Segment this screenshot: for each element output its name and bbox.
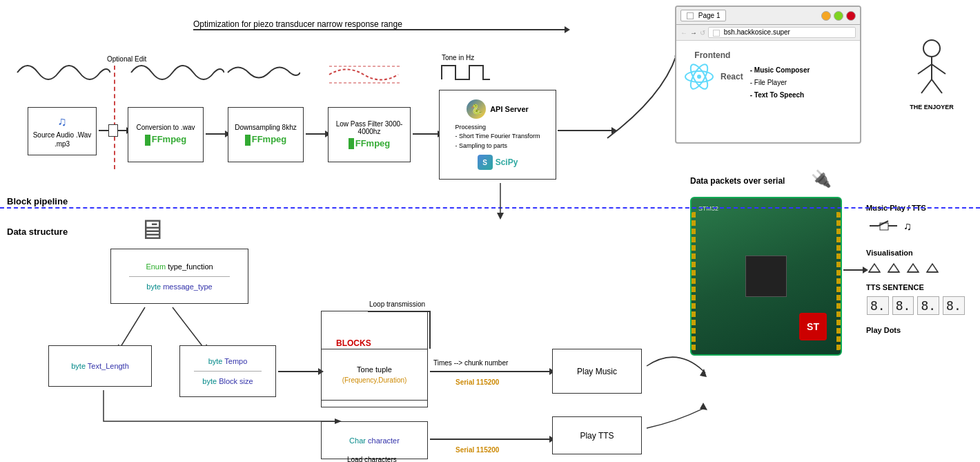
seven-seg-display: 8. 8. 8. 8. [866, 296, 966, 316]
arrow-conv-down [206, 133, 226, 135]
relay-symbol [866, 218, 901, 235]
loop-v-line [429, 311, 431, 349]
visualisation-label: Visualisation [866, 249, 913, 257]
waveform-1 [14, 55, 110, 90]
feature-3: - Text To Speech [750, 89, 810, 102]
block-size-label: byte Block size [202, 377, 253, 385]
play-tts-label: Play TTS [580, 431, 614, 441]
source-audio-box: ♫ Source Audio .Wav .mp3 [28, 107, 97, 155]
enjoyer-figure: THE ENJOYER [904, 38, 959, 110]
arrow-lpf-api [413, 133, 439, 135]
tempo-label: byte Tempo [208, 357, 248, 365]
ffmpeg-1: FFmpeg [145, 134, 187, 146]
browser-urlbar: ← → ↺ bsh.hackkosice.super [676, 25, 860, 40]
svg-marker-30 [497, 213, 504, 220]
arrow-char-tts [430, 439, 551, 440]
arrow-src-conv [99, 130, 128, 131]
ffmpeg-2: FFmpeg [245, 134, 287, 146]
seg-2: 8. [892, 296, 914, 315]
play-music-box: Play Music [552, 349, 642, 394]
play-tts-box: Play TTS [552, 416, 642, 454]
serial-2-label: Serial 115200 [455, 446, 499, 454]
svg-marker-21 [908, 264, 919, 272]
waveform-2 [128, 55, 224, 90]
conversion-label: Conversion to .wav [136, 124, 195, 131]
lpf-label: Low Pass Filter 3000-4000hz [329, 120, 410, 135]
browser-tab[interactable]: Page 1 [680, 10, 726, 21]
seg-4: 8. [943, 296, 965, 315]
url-bar[interactable]: bsh.hackkosice.super [708, 27, 856, 37]
svg-line-10 [932, 64, 945, 74]
browser-titlebar: Page 1 [676, 7, 860, 25]
music-symbol: ♫ [866, 218, 912, 235]
conversion-box: Conversion to .wav FFmpeg [128, 107, 204, 162]
seg-3: 8. [917, 296, 939, 315]
text-length-label: byte Text_Length [71, 362, 129, 370]
browser-btn-max[interactable] [834, 11, 843, 21]
browser-btn-min[interactable] [821, 11, 831, 21]
arrow-stm-right [843, 269, 864, 271]
svg-marker-17 [869, 264, 880, 272]
api-server-title: API Server [490, 105, 529, 113]
char-label: Char character [349, 436, 400, 445]
waveform-5 [438, 59, 493, 86]
arrow-api-browser [552, 28, 690, 166]
frontend-label: Frontend [694, 50, 730, 60]
arrow-down-lpf [306, 133, 326, 135]
load-characters-label: Load characters [347, 456, 397, 462]
stm-board: STM32 ST [690, 197, 842, 356]
svg-marker-28 [335, 418, 342, 424]
times-chunk-label: Times --> chunk number [433, 359, 508, 367]
arrow-tone-play [430, 371, 551, 372]
block-pipeline-label: Block pipeline [7, 196, 68, 206]
downsampling-label: Downsampling 8khz [235, 124, 297, 131]
api-server-processing: Processing- Short Time Fourier Transform… [455, 123, 540, 151]
svg-marker-19 [888, 264, 899, 272]
svg-point-6 [697, 75, 701, 79]
enum-box: Enum type_function byte message_type [110, 249, 248, 304]
tone-in-hz-label: Tone in Hz [442, 54, 474, 61]
source-audio-label: Source Audio .Wav .mp3 [28, 131, 96, 148]
url-text: bsh.hackkosice.super [724, 28, 790, 36]
browser-panel: Page 1 ← → ↺ bsh.hackkosice.super Fron [675, 6, 861, 144]
optional-edit-line [114, 66, 115, 169]
loop-transmission-label: Loop transmission [369, 300, 425, 308]
serial-1-label: Serial 115200 [455, 378, 499, 386]
nav-back-btn[interactable]: ← [680, 29, 687, 37]
downsampling-box: Downsampling 8khz FFmpeg [228, 107, 304, 162]
waveform-3 [224, 59, 300, 86]
text-length-box: byte Text_Length [48, 345, 152, 387]
nav-refresh-btn[interactable]: ↺ [700, 29, 705, 37]
browser-btn-close[interactable] [846, 11, 856, 21]
play-dots-label: Play Dots [866, 326, 901, 334]
svg-line-9 [918, 64, 932, 74]
seg-1: 8. [867, 296, 889, 315]
lpf-box: Low Pass Filter 3000-4000hz FFmpeg [328, 107, 411, 162]
waveform-4 [326, 61, 402, 88]
browser-tab-label: Page 1 [698, 12, 721, 19]
data-structure-label: Data structure [7, 227, 68, 237]
svg-marker-23 [927, 264, 938, 272]
vis-symbols [866, 261, 941, 275]
stick-figure-svg [911, 38, 952, 100]
arrow-tempo-tone [278, 371, 320, 372]
nav-forward-btn[interactable]: → [690, 29, 697, 37]
arrow-api-down [483, 180, 518, 221]
diagram-container: Optimization for piezo transducer narrow… [0, 0, 980, 462]
svg-marker-27 [700, 369, 707, 377]
tts-sentence-label: TTS SENTENCE [866, 283, 924, 291]
enjoyer-label: THE ENJOYER [904, 104, 959, 110]
svg-point-7 [923, 40, 940, 57]
optimization-arrow [193, 29, 566, 30]
blocks-label: BLOCKS [336, 338, 371, 348]
feature-1: - Music Composer [750, 64, 810, 77]
scipy-label: SciPy [496, 157, 518, 167]
api-server-box: 🐍 API Server Processing- Short Time Four… [439, 90, 556, 180]
data-packets-label: Data packets over serial [690, 176, 785, 186]
optimization-label: Optimization for piezo transducer narrow… [193, 19, 402, 29]
react-label: React [721, 72, 743, 81]
tone-tuple-value: (Frequency,Duration) [342, 376, 407, 384]
arrow-play-stm [643, 338, 712, 394]
play-music-label: Play Music [577, 367, 617, 376]
enum-line: Enum type_function [146, 262, 213, 271]
